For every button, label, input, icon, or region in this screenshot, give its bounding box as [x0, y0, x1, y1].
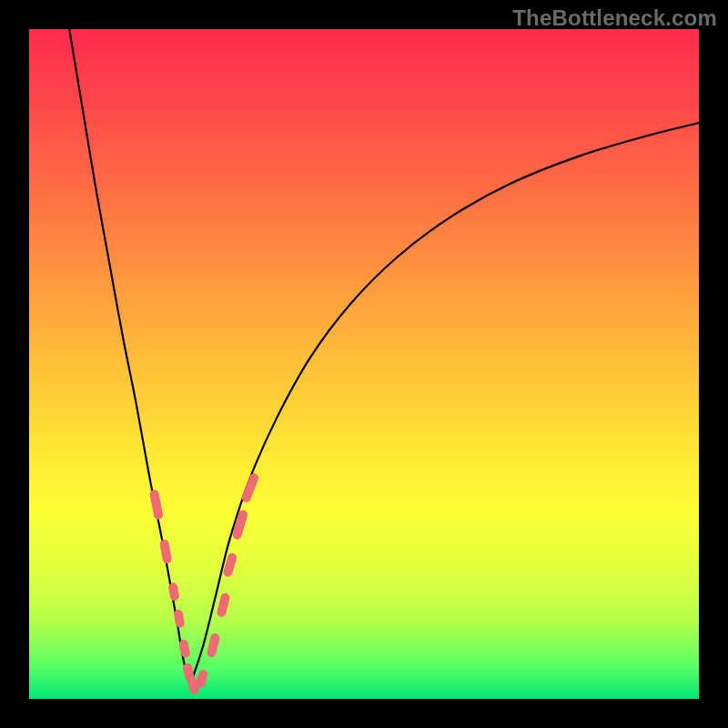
watermark-text: TheBottleneck.com — [512, 5, 717, 31]
marker-pill — [206, 632, 220, 658]
chart-frame: TheBottleneck.com — [0, 0, 728, 728]
marker-pill — [167, 582, 179, 602]
plot-area — [29, 29, 699, 699]
marker-group — [149, 472, 260, 695]
marker-pill — [216, 592, 230, 618]
marker-pill — [240, 472, 259, 503]
marker-pill — [195, 669, 208, 689]
marker-pill — [178, 639, 191, 658]
marker-pill — [159, 539, 173, 564]
marker-pill — [173, 609, 185, 628]
marker-pill — [149, 489, 164, 520]
curve-layer — [29, 29, 699, 699]
curve-right-branch — [190, 123, 699, 685]
